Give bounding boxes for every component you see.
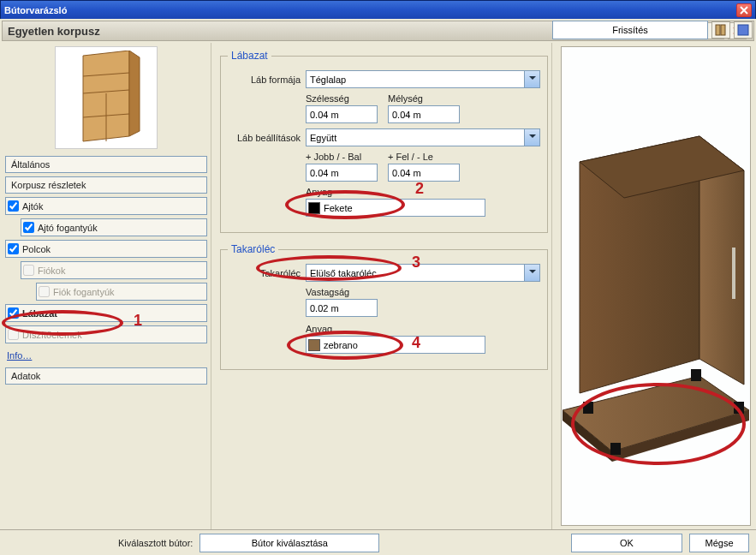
annotation-number-3: 3 [412,254,420,272]
leg-shape-label: Láb formája [228,75,301,85]
svg-rect-19 [610,443,621,455]
sidebar-item-d-sz-t-elemek: Díszítőelemek [5,325,207,343]
sidebar-checkbox [23,265,34,276]
window-title: Bútorvarázsló [4,5,67,15]
svg-rect-12 [732,248,735,299]
sidebar-item-polcok[interactable]: Polcok [5,240,207,258]
refresh-toolbar: Frissítés [552,21,753,39]
sidebar-item-label: Lábazat [22,308,57,319]
sidebar-checkbox[interactable] [8,200,19,212]
sidebar-item-ajt-k[interactable]: Ajtók [5,197,207,215]
annotation-number-4: 4 [412,334,420,352]
width-input[interactable]: 0.04 m [306,105,378,123]
cancel-button[interactable]: Mégse [689,534,749,552]
width-label: Szélesség [306,93,378,104]
takarolec-dropdown[interactable]: Elülső takaróléc [306,264,540,282]
sidebar-item-label: Ajtó fogantyúk [38,223,98,233]
svg-rect-0 [716,25,720,35]
sidebar-item-l-bazat[interactable]: Lábazat [5,304,207,322]
sidebar-checkbox[interactable] [8,307,19,319]
takarolec-group: Takaróléc Takaróléc Elülső takaróléc Vas… [220,243,548,370]
sidebar-item-label: Polcok [22,244,51,254]
preview-viewport[interactable] [561,46,751,526]
labazat-legend: Lábazat [228,50,271,62]
takarolec-label: Takaróléc [228,268,301,278]
preview-pane [557,43,754,529]
swatch-icon [308,202,320,214]
view-mode-button-a[interactable] [711,21,730,39]
depth-label: Mélység [388,93,460,104]
leg-settings-dropdown[interactable]: Együtt [306,128,540,146]
sidebar-item-ajt-foganty-k[interactable]: Ajtó fogantyúk [21,218,207,236]
takarolec-material-label: Anyag [306,324,332,334]
fel-label: + Fel / - Le [388,152,460,162]
labazat-group: Lábazat Láb formája Téglalap Szélesség 0… [220,50,548,233]
refresh-button[interactable]: Frissítés [552,21,708,39]
select-furniture-button[interactable]: Bútor kiválasztása [199,534,379,552]
svg-rect-1 [721,25,725,35]
sidebar-checkbox[interactable] [23,222,34,233]
sidebar-checkbox[interactable] [8,243,19,254]
preview-3d-icon [563,102,749,470]
svg-marker-4 [129,51,140,136]
thickness-input[interactable]: 0.02 m [306,299,378,317]
sidebar-item-fi-k-foganty-k: Fiók fogantyúk [36,283,207,301]
jobb-label: + Jobb / - Bal [306,152,378,162]
thickness-label: Vastagság [306,287,349,297]
sidebar-checkbox [39,286,50,297]
sidebar-item-label: Ajtók [22,201,43,212]
sidebar: ÁltalánosKorpusz részletekAjtókAjtó foga… [2,43,211,529]
selected-furniture-label: Kiválasztott bútor: [118,538,193,548]
subheader-title: Egyetlen korpusz [8,25,100,38]
annotation-number-2: 2 [415,180,424,198]
fel-input[interactable]: 0.04 m [388,164,460,182]
labazat-material-label: Anyag [306,187,332,197]
ok-button[interactable]: OK [571,534,682,552]
depth-input[interactable]: 0.04 m [388,105,460,123]
sidebar-item-label: Fiók fogantyúk [53,287,115,297]
sidebar-item-label: Díszítőelemek [22,330,82,340]
sidebar-item-label: Adatok [11,371,40,381]
thumbnail-icon [68,51,145,145]
sidebar-item--ltal-nos[interactable]: Általános [5,156,207,173]
form-pane: Lábazat Láb formája Téglalap Szélesség 0… [217,43,552,529]
sidebar-item-fi-kok: Fiókok [21,261,207,279]
sidebar-info-link[interactable]: Info… [5,347,207,367]
svg-rect-17 [691,369,701,381]
footer: Kiválasztott bútor: Bútor kiválasztása O… [0,529,756,555]
takarolec-material-picker[interactable]: zebrano [306,336,485,354]
leg-settings-label: Láb beállítások [228,133,301,143]
annotation-number-1: 1 [134,312,142,330]
window-close-button[interactable] [736,3,752,17]
workarea: ÁltalánosKorpusz részletekAjtókAjtó foga… [2,43,754,529]
sidebar-checkbox [8,329,19,340]
sidebar-item-adatok[interactable]: Adatok [5,367,207,385]
takarolec-legend: Takaróléc [228,243,278,255]
sidebar-thumbnail [55,46,158,149]
labazat-material-picker[interactable]: Fekete [306,199,485,217]
swatch-icon [308,339,320,351]
view-mode-button-b[interactable] [734,21,753,39]
sidebar-item-korpusz-r-szletek[interactable]: Korpusz részletek [5,176,207,194]
svg-rect-2 [738,25,748,35]
sidebar-item-label: Korpusz részletek [11,180,86,190]
jobb-input[interactable]: 0.04 m [306,164,378,182]
window-titlebar: Bútorvarázsló [0,0,756,19]
leg-shape-dropdown[interactable]: Téglalap [306,70,540,88]
sidebar-item-label: Általános [11,159,50,170]
sidebar-item-label: Fiókok [38,266,65,276]
